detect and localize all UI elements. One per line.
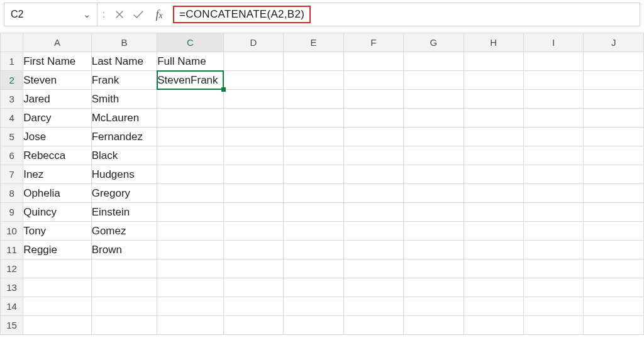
cell-G3[interactable] (404, 90, 464, 109)
cell-D10[interactable] (223, 222, 283, 241)
name-box-dropdown-icon[interactable]: ⌄ (80, 9, 93, 20)
cell-E10[interactable] (284, 222, 343, 241)
row-header-15[interactable]: 15 (1, 316, 23, 335)
cell-D2[interactable] (223, 71, 283, 90)
cell-B3[interactable]: Smith (91, 90, 157, 109)
cell-D14[interactable] (223, 297, 283, 316)
column-header-C[interactable]: C (157, 33, 224, 52)
cell-C1[interactable]: Full Name (157, 52, 224, 71)
cell-A12[interactable] (23, 259, 92, 278)
cell-H15[interactable] (464, 316, 523, 335)
cell-A7[interactable]: Inez (23, 165, 92, 184)
cell-B1[interactable]: Last Name (91, 52, 157, 71)
cell-A6[interactable]: Rebecca (23, 146, 92, 165)
cell-D15[interactable] (223, 316, 283, 335)
cell-J10[interactable] (584, 222, 644, 241)
cell-E2[interactable] (284, 71, 343, 90)
cell-J15[interactable] (584, 316, 644, 335)
cell-I11[interactable] (523, 241, 583, 259)
cell-A4[interactable]: Darcy (23, 109, 92, 128)
cell-G1[interactable] (404, 52, 464, 71)
cell-C9[interactable] (157, 203, 224, 222)
cell-J12[interactable] (584, 259, 644, 278)
cell-B4[interactable]: McLauren (91, 109, 157, 128)
cell-H1[interactable] (464, 52, 523, 71)
formula-input[interactable]: =CONCATENATE(A2,B2) (170, 3, 640, 26)
cell-A2[interactable]: Steven (23, 71, 92, 90)
cell-G14[interactable] (404, 297, 464, 316)
cell-B8[interactable]: Gregory (91, 184, 157, 203)
cell-B13[interactable] (91, 278, 157, 297)
column-header-I[interactable]: I (523, 33, 583, 52)
cell-I4[interactable] (523, 109, 583, 128)
cell-H10[interactable] (464, 222, 523, 241)
cell-B15[interactable] (91, 316, 157, 335)
cell-J8[interactable] (584, 184, 644, 203)
cell-J9[interactable] (584, 203, 644, 222)
cell-E1[interactable] (284, 52, 343, 71)
cell-J3[interactable] (584, 90, 644, 109)
cell-C14[interactable] (157, 297, 224, 316)
cell-H14[interactable] (464, 297, 523, 316)
cell-C12[interactable] (157, 259, 224, 278)
cell-E9[interactable] (284, 203, 343, 222)
cell-D8[interactable] (223, 184, 283, 203)
cell-F1[interactable] (343, 52, 403, 71)
row-header-3[interactable]: 3 (1, 90, 23, 109)
cell-E13[interactable] (284, 278, 343, 297)
cell-F8[interactable] (343, 184, 403, 203)
cell-A13[interactable] (23, 278, 92, 297)
cell-D4[interactable] (223, 109, 283, 128)
cell-A9[interactable]: Quincy (23, 203, 92, 222)
cell-E5[interactable] (284, 128, 343, 146)
cell-B6[interactable]: Black (91, 146, 157, 165)
cancel-button[interactable] (110, 3, 129, 26)
cell-H13[interactable] (464, 278, 523, 297)
cell-E11[interactable] (284, 241, 343, 259)
column-header-H[interactable]: H (464, 33, 523, 52)
cell-E6[interactable] (284, 146, 343, 165)
cell-I13[interactable] (523, 278, 583, 297)
cell-B14[interactable] (91, 297, 157, 316)
cell-E4[interactable] (284, 109, 343, 128)
cell-J11[interactable] (584, 241, 644, 259)
cell-D3[interactable] (223, 90, 283, 109)
column-header-A[interactable]: A (23, 33, 92, 52)
cell-A8[interactable]: Ophelia (23, 184, 92, 203)
cell-E7[interactable] (284, 165, 343, 184)
row-header-2[interactable]: 2 (1, 71, 23, 90)
cell-B5[interactable]: Fernandez (91, 128, 157, 146)
cell-B7[interactable]: Hudgens (91, 165, 157, 184)
cell-I3[interactable] (523, 90, 583, 109)
cell-H9[interactable] (464, 203, 523, 222)
column-header-D[interactable]: D (223, 33, 283, 52)
cell-J6[interactable] (584, 146, 644, 165)
cell-I10[interactable] (523, 222, 583, 241)
cell-A11[interactable]: Reggie (23, 241, 92, 259)
cell-F13[interactable] (343, 278, 403, 297)
cell-J2[interactable] (584, 71, 644, 90)
cell-D13[interactable] (223, 278, 283, 297)
cell-J7[interactable] (584, 165, 644, 184)
cell-D5[interactable] (223, 128, 283, 146)
select-all-corner[interactable] (1, 33, 23, 52)
row-header-7[interactable]: 7 (1, 165, 23, 184)
cell-C15[interactable] (157, 316, 224, 335)
cell-F3[interactable] (343, 90, 403, 109)
cell-A1[interactable]: First Name (23, 52, 92, 71)
column-header-G[interactable]: G (404, 33, 464, 52)
row-header-12[interactable]: 12 (1, 259, 23, 278)
cell-B10[interactable]: Gomez (91, 222, 157, 241)
cell-B11[interactable]: Brown (91, 241, 157, 259)
row-header-10[interactable]: 10 (1, 222, 23, 241)
cell-B12[interactable] (91, 259, 157, 278)
cell-I8[interactable] (523, 184, 583, 203)
cell-C4[interactable] (157, 109, 224, 128)
cell-D9[interactable] (223, 203, 283, 222)
cell-E12[interactable] (284, 259, 343, 278)
cell-F2[interactable] (343, 71, 403, 90)
cell-I2[interactable] (523, 71, 583, 90)
cell-D6[interactable] (223, 146, 283, 165)
cell-F11[interactable] (343, 241, 403, 259)
cell-H2[interactable] (464, 71, 523, 90)
